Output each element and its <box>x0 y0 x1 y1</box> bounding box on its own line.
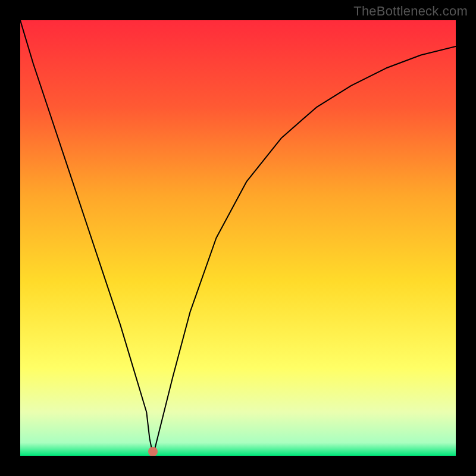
plot-area <box>20 20 456 456</box>
minimum-marker-dot <box>148 447 158 456</box>
chart-container: TheBottleneck.com <box>0 0 476 476</box>
background-gradient <box>20 20 456 456</box>
watermark-text: TheBottleneck.com <box>353 4 468 19</box>
svg-rect-0 <box>20 20 456 456</box>
